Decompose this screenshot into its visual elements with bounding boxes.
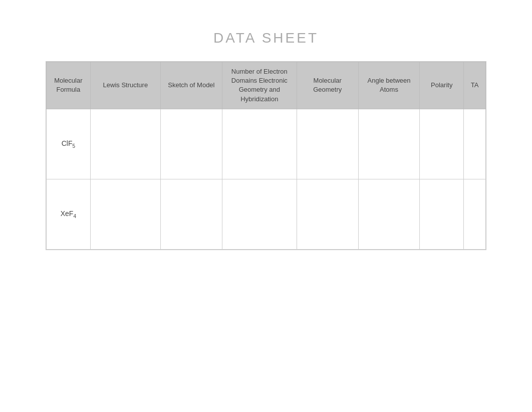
cell-electron-1 <box>222 179 297 249</box>
header-molecular-geometry: Molecular Geometry <box>297 62 358 109</box>
cell-polarity-1 <box>420 179 464 249</box>
header-lewis-structure: Lewis Structure <box>90 62 160 109</box>
cell-ta-1 <box>464 179 486 249</box>
cell-molgeom-0 <box>297 109 358 179</box>
cell-sketch-1 <box>161 179 222 249</box>
cell-angle-1 <box>358 179 420 249</box>
page-title: DATA SHEET <box>213 30 319 46</box>
table-row: ClF5 <box>47 109 486 179</box>
header-molecular-formula: Molecular Formula <box>47 62 91 109</box>
cell-angle-0 <box>358 109 420 179</box>
header-ta: TA <box>464 62 486 109</box>
cell-formula-0: ClF5 <box>47 109 91 179</box>
header-electron-domains: Number of Electron Domains Electronic Ge… <box>222 62 297 109</box>
header-sketch-of-model: Sketch of Model <box>161 62 222 109</box>
cell-polarity-0 <box>420 109 464 179</box>
cell-electron-0 <box>222 109 297 179</box>
cell-lewis-0 <box>90 109 160 179</box>
table-header-row: Molecular Formula Lewis Structure Sketch… <box>47 62 486 109</box>
cell-ta-0 <box>464 109 486 179</box>
header-angle-between-atoms: Angle between Atoms <box>358 62 420 109</box>
cell-formula-1: XeF4 <box>47 179 91 249</box>
table-row: XeF4 <box>47 179 486 249</box>
data-table: Molecular Formula Lewis Structure Sketch… <box>46 62 486 250</box>
header-polarity: Polarity <box>420 62 464 109</box>
cell-sketch-0 <box>161 109 222 179</box>
cell-lewis-1 <box>90 179 160 249</box>
data-table-wrapper: Molecular Formula Lewis Structure Sketch… <box>46 61 486 250</box>
cell-molgeom-1 <box>297 179 358 249</box>
